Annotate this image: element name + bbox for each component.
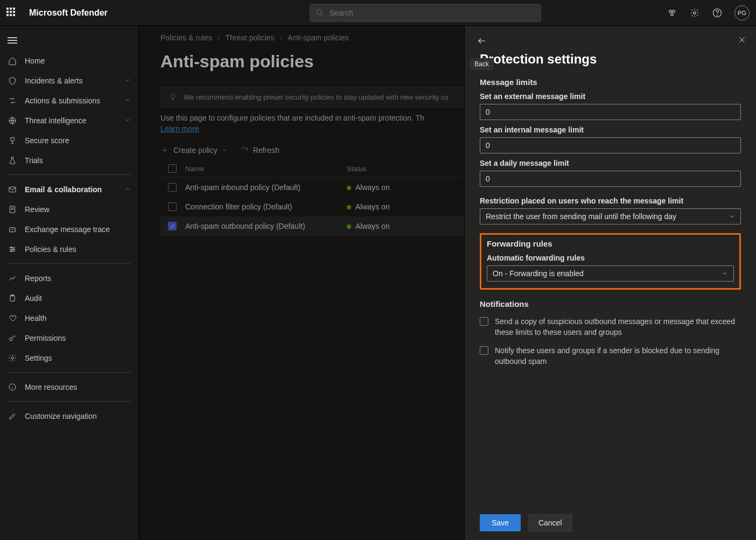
auto-forwarding-select[interactable]: On - Forwarding is enabled [487, 265, 734, 282]
heart-icon [8, 313, 17, 323]
internal-limit-input[interactable] [480, 137, 741, 153]
restriction-select[interactable]: Restrict the user from sending mail unti… [480, 208, 741, 225]
svg-point-0 [317, 10, 321, 15]
close-button[interactable] [738, 36, 746, 46]
sidebar-item-label: Review [25, 205, 50, 214]
exchange-icon [8, 225, 17, 234]
chevron-down-icon [722, 270, 728, 277]
chevron-down-icon [124, 96, 131, 105]
svg-rect-13 [10, 227, 16, 232]
sidebar-item-label: Secure score [25, 136, 69, 145]
info-icon [8, 382, 17, 392]
chevron-down-icon [124, 76, 131, 85]
svg-rect-9 [9, 187, 16, 192]
sidebar-item-incidents[interactable]: Incidents & alerts [0, 71, 138, 90]
notify-blocked-label: Notify these users and groups if a sende… [495, 345, 741, 367]
sidebar-item-review[interactable]: Review [0, 199, 138, 219]
sidebar-item-health[interactable]: Health [0, 308, 138, 328]
sidebar-item-label: Email & collaboration [25, 185, 102, 194]
search-box[interactable] [310, 4, 541, 22]
doc-icon [8, 205, 17, 214]
notify-blocked-checkbox[interactable] [480, 346, 488, 355]
app-launcher-icon[interactable] [6, 8, 17, 18]
protection-settings-panel: Back Protection settings Message limits … [464, 26, 756, 540]
sliders-icon [8, 244, 17, 254]
external-limit-input[interactable] [480, 104, 741, 120]
sidebar-item-label: Permissions [25, 334, 66, 342]
help-icon[interactable] [712, 8, 723, 18]
sidebar-item-label: Audit [25, 294, 42, 303]
sidebar-section-email[interactable]: Email & collaboration [0, 179, 138, 199]
cancel-button[interactable]: Cancel [528, 514, 572, 531]
forwarding-rules-highlight: Forwarding rules Automatic forwarding ru… [480, 233, 741, 290]
swap-icon [8, 96, 17, 106]
avatar[interactable]: PG [734, 5, 750, 20]
svg-point-5 [694, 11, 696, 14]
svg-point-23 [11, 357, 13, 359]
sidebar-item-reports[interactable]: Reports [0, 268, 138, 288]
flask-icon [8, 156, 17, 165]
restriction-label: Restriction placed on users who reach th… [480, 197, 741, 205]
daily-limit-input[interactable] [480, 171, 741, 187]
sidebar-item-label: Policies & rules [25, 245, 76, 254]
svg-line-1 [321, 14, 323, 16]
sidebar-item-label: Home [25, 57, 45, 65]
sidebar-item-permissions[interactable]: Permissions [0, 328, 138, 348]
sidebar-item-label: Exchange message trace [25, 225, 110, 234]
save-button[interactable]: Save [480, 514, 521, 531]
sidebar-item-settings[interactable]: Settings [0, 348, 138, 368]
brand-title: Microsoft Defender [29, 8, 108, 18]
divider [8, 263, 131, 264]
back-button[interactable] [474, 33, 489, 48]
notify-copy-label: Send a copy of suspicious outbound messa… [495, 316, 741, 338]
sidebar-item-home[interactable]: Home [0, 51, 138, 71]
sidebar-item-secure-score[interactable]: Secure score [0, 130, 138, 150]
sidebar-item-label: Trials [25, 156, 43, 165]
trophy-icon [8, 136, 17, 145]
divider [8, 174, 131, 175]
main-area: Policies & rules › Threat policies › Ant… [139, 26, 756, 540]
sidebar-item-label: Customize navigation [25, 412, 97, 420]
section-message-limits: Message limits [480, 78, 741, 87]
svg-point-22 [10, 338, 12, 340]
globe-icon [8, 116, 17, 125]
sidebar-item-label: Health [25, 314, 46, 322]
svg-point-7 [717, 15, 718, 16]
sidebar-item-policies-rules[interactable]: Policies & rules [0, 239, 138, 259]
auto-forwarding-label: Automatic forwarding rules [487, 254, 734, 262]
sidebar-item-audit[interactable]: Audit [0, 288, 138, 308]
sidebar-item-more-resources[interactable]: More resources [0, 377, 138, 397]
divider [8, 401, 131, 402]
community-icon[interactable] [667, 8, 677, 18]
gear-icon[interactable] [689, 8, 700, 18]
daily-limit-label: Set a daily message limit [480, 159, 741, 167]
sidebar-item-threat-intel[interactable]: Threat intelligence [0, 110, 138, 130]
panel-title: Protection settings [465, 48, 756, 74]
home-icon [8, 56, 17, 66]
svg-point-3 [673, 10, 675, 12]
sidebar-item-label: Settings [25, 354, 52, 362]
sidebar-item-customize-nav[interactable]: Customize navigation [0, 406, 138, 426]
sidebar-item-label: Incidents & alerts [25, 76, 82, 85]
key-icon [8, 333, 17, 343]
sidebar-item-exchange-trace[interactable]: Exchange message trace [0, 219, 138, 239]
clipboard-icon [8, 293, 17, 303]
top-bar: Microsoft Defender PG [0, 0, 756, 26]
sidebar-item-label: Reports [25, 274, 51, 283]
chevron-up-icon [124, 185, 131, 194]
sidebar-item-label: Threat intelligence [25, 116, 86, 125]
sidebar-item-actions[interactable]: Actions & submissions [0, 90, 138, 110]
divider [8, 372, 131, 373]
svg-point-4 [671, 13, 674, 16]
sidebar: Home Incidents & alerts Actions & submis… [0, 26, 139, 540]
section-notifications: Notifications [480, 299, 741, 308]
back-tooltip: Back [470, 58, 493, 70]
notify-copy-checkbox[interactable] [480, 317, 488, 326]
chevron-down-icon [124, 116, 131, 125]
hamburger-icon[interactable] [0, 30, 138, 51]
mail-icon [8, 185, 17, 194]
search-input[interactable] [330, 9, 535, 17]
sidebar-item-trials[interactable]: Trials [0, 150, 138, 170]
search-icon [316, 9, 324, 17]
external-limit-label: Set an external message limit [480, 92, 741, 101]
